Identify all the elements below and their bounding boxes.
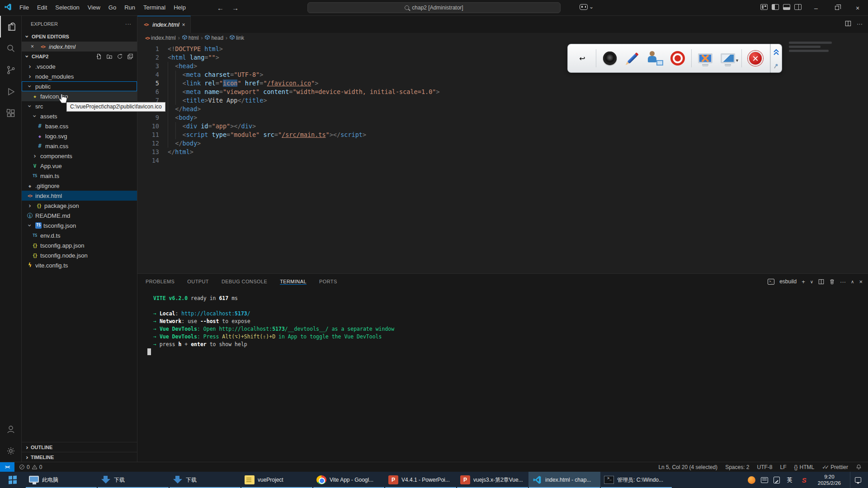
tree-item-node_modules[interactable]: ›node_modules [22,71,137,81]
status-utf-8[interactable]: UTF-8 [757,464,773,470]
status-bell-icon[interactable] [856,464,862,470]
tree-item-App.vue[interactable]: VApp.vue [22,161,137,171]
recorder-record-button[interactable] [669,49,687,67]
tree-item-main.css[interactable]: #main.css [22,141,137,151]
tree-item-.gitignore[interactable]: ◆.gitignore [22,181,137,191]
tree-item-favicon.ico[interactable]: ★favicon.ico [22,91,137,101]
tab-index-html[interactable]: <> index.html × [137,16,191,33]
tree-item-logo.svg[interactable]: ◆logo.svg [22,131,137,141]
collapse-toolbar-icon[interactable] [773,48,780,56]
panel-tab-debug-console[interactable]: DEBUG CONSOLE [222,279,267,284]
restore-button[interactable] [826,0,847,16]
tree-item-package.json[interactable]: ›{}package.json [22,201,137,211]
folder-header-chap2[interactable]: › CHAP2 [22,52,137,61]
split-editor-icon[interactable] [845,20,851,27]
open-editors-header[interactable]: › OPEN EDITORS [22,32,137,42]
menu-selection[interactable]: Selection [51,2,83,13]
outline-section[interactable]: › OUTLINE [22,442,137,452]
new-terminal-icon[interactable]: + [802,278,805,285]
collapse-all-icon[interactable] [127,53,133,60]
back-icon[interactable]: ← [217,4,224,12]
notification-center-icon[interactable] [850,472,865,488]
tray-app-orange-icon[interactable] [748,476,755,484]
kill-terminal-icon[interactable] [829,279,835,285]
tree-item-vite.config.ts[interactable]: ϟvite.config.ts [22,260,137,270]
minimize-button[interactable]: – [806,0,826,16]
command-center[interactable]: chap2 [Administrator] [307,2,561,13]
panel-more-icon[interactable]: ··· [840,278,846,285]
tree-item-public[interactable]: ›public [22,81,137,91]
terminal-dropdown-icon[interactable]: ∨ [810,279,813,284]
menu-help[interactable]: Help [170,2,190,13]
taskbar-clock[interactable]: 9:20 2025/2/26 [814,474,844,486]
source-control-icon[interactable] [0,59,22,81]
tree-item-README.md[interactable]: iREADME.md [22,211,137,221]
breadcrumb-item-index.html[interactable]: <>index.html [144,35,176,41]
account-icon[interactable] [0,418,22,440]
close-panel-icon[interactable]: × [859,278,863,285]
breadcrumb-item-head[interactable]: head [205,35,223,41]
start-button[interactable] [0,472,25,488]
breadcrumb-item-html[interactable]: html [182,35,199,41]
more-actions-icon[interactable]: ··· [857,20,863,27]
toggle-secondary-sidebar-icon[interactable] [794,4,802,10]
recorder-draw-button[interactable] [623,49,642,67]
search-icon[interactable] [0,38,22,59]
status-lf[interactable]: LF [780,464,787,470]
terminal-output[interactable]: VITE v6.2.0 ready in 617 ms → Local: htt… [137,289,868,462]
menu-go[interactable]: Go [104,2,120,13]
tree-item-tsconfig.app.json[interactable]: {}tsconfig.app.json [22,240,137,250]
customize-layout-icon[interactable] [760,4,768,10]
menu-view[interactable]: View [84,2,104,13]
settings-gear-icon[interactable] [0,440,22,462]
status-ln-5-col-20-4-selected-[interactable]: Ln 5, Col 20 (4 selected) [658,464,717,470]
explorer-more-actions-icon[interactable]: ··· [125,21,132,27]
extensions-icon[interactable] [0,103,22,124]
pin-tool-icon[interactable] [774,63,779,69]
menu-terminal[interactable]: Terminal [139,2,170,13]
refresh-icon[interactable] [117,53,123,60]
tree-item-tsconfig.node.json[interactable]: {}tsconfig.node.json [22,250,137,260]
tree-item-index.html[interactable]: <>index.html [22,191,137,201]
tab-close-icon[interactable]: × [182,22,185,28]
taskbar-app--[interactable]: 下载 [97,472,169,488]
close-button[interactable]: × [847,0,868,16]
taskbar-app--[interactable]: 此电脑 [25,472,97,488]
taskbar-app-index-html-chap-[interactable]: index.html - chap... [528,472,600,488]
toggle-panel-icon[interactable] [783,4,790,10]
tray-sogou-icon[interactable]: S [800,475,809,484]
tray-ime-board-icon[interactable] [761,477,768,483]
tree-item-assets[interactable]: ›assets [22,111,137,121]
explorer-icon[interactable] [0,16,22,38]
breadcrumb-item-link[interactable]: link [230,35,244,41]
tray-ime-pen-icon[interactable] [774,477,780,483]
tray-lang-icon[interactable]: 英 [785,475,794,484]
tree-item-main.ts[interactable]: TSmain.ts [22,171,137,181]
menu-file[interactable]: File [15,2,33,13]
recorder-fullscreen-button[interactable] [696,49,714,67]
panel-tab-output[interactable]: OUTPUT [187,279,209,284]
tree-item-env.d.ts[interactable]: TSenv.d.ts [22,230,137,240]
copilot-button[interactable]: ⌄ [580,4,594,10]
recorder-webcam-button[interactable] [646,49,664,67]
remote-indicator[interactable]: >< [0,462,14,472]
run-debug-icon[interactable] [0,81,22,103]
toggle-sidebar-icon[interactable] [772,4,779,10]
new-file-icon[interactable] [96,53,102,60]
recorder-stop-button[interactable]: ✕ [746,49,764,67]
problems-status[interactable]: 0 0 [19,464,42,470]
tree-item-tsconfig.json[interactable]: ›TStsconfig.json [22,221,137,230]
new-folder-icon[interactable] [106,53,113,60]
panel-tab-ports[interactable]: PORTS [319,279,337,284]
menu-run[interactable]: Run [120,2,139,13]
timeline-section[interactable]: › TIMELINE [22,452,137,462]
taskbar-app--[interactable]: 下载 [169,472,241,488]
taskbar-app-vuejs3-x-2-vue-[interactable]: Pvuejs3.x-第2章Vue... [457,472,528,488]
close-icon[interactable]: × [31,43,37,50]
tree-item-components[interactable]: ›components [22,151,137,161]
recorder-audio-button[interactable] [601,49,619,67]
recorder-open-window-button[interactable]: ↩ [573,49,591,67]
taskbar-app-v4-4-1-powerpoi-[interactable]: PV4.4.1 - PowerPoi... [385,472,457,488]
tree-item-base.css[interactable]: #base.css [22,121,137,131]
panel-tab-problems[interactable]: PROBLEMS [146,279,175,284]
